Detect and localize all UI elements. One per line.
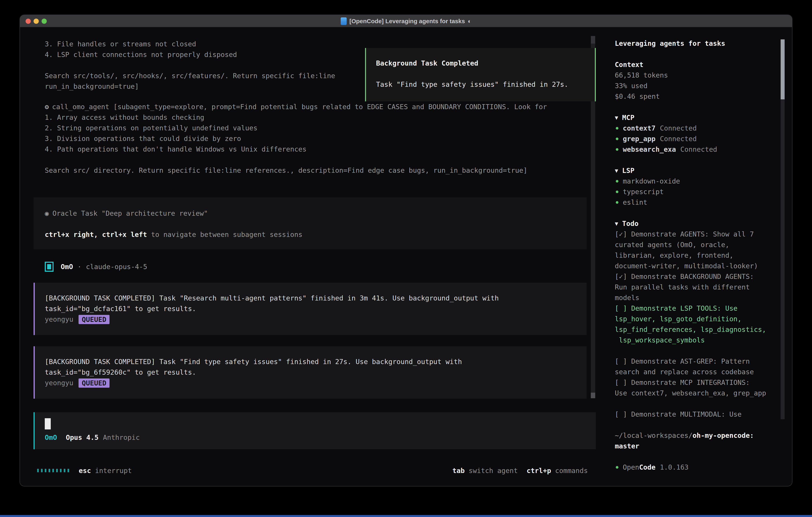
mcp-item: context7Connected (615, 123, 787, 134)
status-dot-icon (616, 201, 618, 204)
tab-key-hint: tab (452, 467, 465, 474)
separator-dot: · (77, 263, 81, 271)
todo-item-line-active: lsp_find_references, lsp_diagnostics, (615, 324, 787, 335)
input-model-name: Opus 4.5 (66, 432, 98, 443)
gear-icon: ⚙ (45, 103, 49, 111)
task-card-line2: task_id="bg_6f59260c" to get results. (45, 367, 587, 378)
todo-item-line: [ ] Demonstrate MCP INTEGRATIONS: (615, 377, 787, 388)
status-dot-icon (616, 127, 618, 130)
todo-item-line: search and replace across codebase (615, 366, 787, 377)
tool-call-line: 3. Division operations that could divide… (45, 133, 547, 144)
tool-call-line: 2. String operations on potentially unde… (45, 123, 547, 133)
todo-item-line: Run parallel tasks with different (615, 282, 787, 293)
lsp-item: markdown-oxide (615, 176, 787, 187)
progress-moon-icon: ◐ (468, 18, 471, 25)
status-dot-icon (616, 466, 618, 469)
session-title: Leveraging agents for tasks (615, 38, 787, 49)
version-row: OpenCode1.0.163 (615, 462, 787, 472)
titlebar[interactable]: [OpenCode] Leveraging agents for tasks ◐ (20, 15, 792, 27)
context-spent: $0.46 spent (615, 91, 787, 102)
context-heading: Context (615, 59, 787, 70)
oracle-spacer (45, 219, 587, 229)
input-agent-name: OmO (45, 432, 57, 443)
background-task-card: [BACKGROUND TASK COMPLETED] Task "Resear… (34, 283, 587, 335)
sidebar-scrollbar-thumb[interactable] (781, 39, 785, 99)
todo-item-line-active: lsp_hover, lsp_goto_definition, (615, 314, 787, 324)
esc-key-label: interrupt (95, 467, 132, 474)
background-task-card: [BACKGROUND TASK COMPLETED] Task "Find t… (34, 346, 587, 399)
workspace-branch: master (615, 441, 787, 452)
text-line: 4. LSP client connections not properly d… (45, 49, 335, 60)
todo-item-line: [✓] Demonstrate BACKGROUND AGENTS: (615, 271, 787, 282)
status-left: esc interrupt (37, 467, 132, 474)
oracle-task-title-line: ◉Oracle Task "Deep architecture review" (45, 208, 587, 219)
content-area: 3. File handles or streams not closed 4.… (20, 27, 792, 486)
opencode-window: [OpenCode] Leveraging agents for tasks ◐… (20, 15, 792, 486)
tool-call-block: ⚙call_omo_agent [subagent_type=explore, … (45, 102, 547, 176)
status-dot-icon (616, 191, 618, 193)
assistant-message-top: 3. File handles or streams not closed 4.… (45, 39, 335, 92)
agent-header: OmO · claude-opus-4-5 (45, 261, 147, 272)
status-badge: QUEUED (79, 378, 110, 388)
status-dot-icon (616, 138, 618, 140)
todo-item-line-active: lsp_workspace_symbols (615, 335, 787, 346)
main-scrollbar-thumb-top[interactable] (591, 36, 595, 44)
input-provider-name: Anthropic (103, 432, 140, 443)
desktop-background: [OpenCode] Leveraging agents for tasks ◐… (0, 0, 812, 517)
oracle-task-panel[interactable]: ◉Oracle Task "Deep architecture review" … (34, 197, 587, 249)
todo-item-line: document-writer, multimodal-looker) (615, 261, 787, 271)
omo-agent-icon (45, 262, 54, 272)
todo-section-header[interactable]: ▼Todo (615, 218, 787, 229)
tool-call-line: 4. Path operations that don't handle Win… (45, 144, 547, 155)
task-card-line1: [BACKGROUND TASK COMPLETED] Task "Find t… (45, 356, 587, 367)
context-tokens: 66,518 tokens (615, 70, 787, 81)
main-scrollbar-thumb[interactable] (591, 393, 595, 398)
status-bar: esc interrupt tab switch agent ctrl+p co… (37, 465, 588, 476)
todo-item-line: [✓] Demonstrate AGENTS: Show all 7 (615, 229, 787, 240)
prompt-input[interactable]: OmO Opus 4.5 Anthropic (34, 412, 596, 449)
fisheye-icon: ◉ (45, 209, 49, 217)
agent-name: OmO (61, 263, 73, 271)
esc-key-hint: esc (79, 467, 91, 474)
tool-call-line: ⚙call_omo_agent [subagent_type=explore, … (45, 102, 547, 112)
task-card-line1: [BACKGROUND TASK COMPLETED] Task "Resear… (45, 293, 587, 303)
text-line: run_in_background=true] (45, 81, 335, 92)
text-cursor (45, 418, 51, 430)
tool-call-line (45, 155, 547, 165)
mcp-item: websearch_exaConnected (615, 144, 787, 155)
task-user: yeongyu (45, 314, 73, 325)
todo-item-line: curated agents (OmO, oracle, (615, 240, 787, 250)
todo-item-line-active: [ ] Demonstrate LSP TOOLS: Use (615, 303, 787, 314)
sidebar: Leveraging agents for tasks Context 66,5… (611, 27, 787, 486)
shortcut-keys: ctrl+x right, ctrl+x left (45, 230, 147, 239)
window-title-area: [OpenCode] Leveraging agents for tasks ◐ (20, 15, 792, 27)
mcp-section-header[interactable]: ▼MCP (615, 112, 787, 123)
toast-body: Task "Find type safety issues" finished … (376, 79, 595, 90)
chevron-down-icon: ▼ (615, 218, 618, 229)
lsp-item: typescript (615, 187, 787, 197)
todo-item-line: [ ] Demonstrate MULTIMODAL: Use (615, 409, 787, 419)
text-line: Search src/tools/, src/hooks/, src/featu… (45, 71, 335, 81)
toast-spacer (376, 69, 595, 79)
tool-call-line: 1. Array access without bounds checking (45, 112, 547, 123)
oracle-hint-line: ctrl+x right, ctrl+x left to navigate be… (45, 229, 587, 240)
task-user: yeongyu (45, 378, 73, 388)
text-line: 3. File handles or streams not closed (45, 39, 335, 49)
mcp-item: grep_appConnected (615, 134, 787, 144)
ctrlp-key-hint: ctrl+p (526, 467, 551, 474)
status-right: tab switch agent ctrl+p commands (452, 467, 588, 474)
document-icon (341, 18, 347, 25)
status-dot-icon (616, 180, 618, 183)
toast-title: Background Task Completed (376, 58, 595, 69)
context-used: 33% used (615, 81, 787, 91)
chevron-down-icon: ▼ (615, 165, 618, 176)
sidebar-scrollbar[interactable] (781, 39, 785, 419)
lsp-section-header[interactable]: ▼LSP (615, 165, 787, 176)
agent-model: claude-opus-4-5 (86, 263, 147, 271)
spinner-icon (37, 469, 69, 472)
lsp-item: eslint (615, 197, 787, 208)
ctrlp-key-label: commands (555, 467, 588, 474)
desktop-accent-strip (0, 515, 812, 517)
tool-call-text: call_omo_agent [subagent_type=explore, p… (52, 103, 547, 111)
todo-item-line: Use context7, websearch_exa, grep_app (615, 388, 787, 399)
